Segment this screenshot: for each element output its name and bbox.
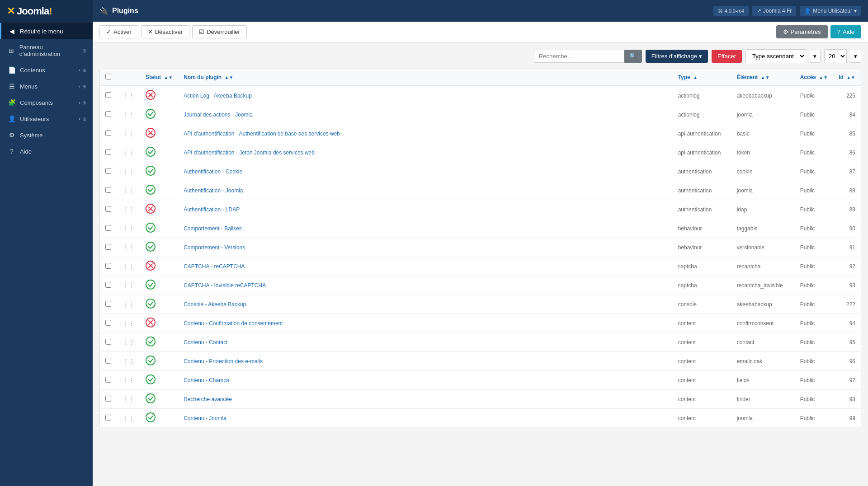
row-checkbox[interactable] (105, 244, 111, 250)
sidebar-item-menus[interactable]: ☰ Menus › ⊞ (0, 78, 93, 94)
row-checkbox[interactable] (105, 282, 111, 288)
plugin-name-link[interactable]: Contenu - Joomla (184, 415, 226, 421)
select-all-checkbox[interactable] (105, 74, 111, 79)
plugin-name-link[interactable]: Contenu - Contact (184, 339, 227, 346)
plugin-name-link[interactable]: CAPTCHA - reCAPTCHA (184, 263, 245, 270)
row-checkbox[interactable] (105, 301, 111, 307)
status-enabled-icon[interactable] (146, 299, 156, 308)
drag-handle-icon[interactable]: ⋮⋮ (122, 149, 135, 156)
status-enabled-icon[interactable] (146, 412, 156, 422)
drag-handle-icon[interactable]: ⋮⋮ (122, 111, 135, 118)
search-input[interactable] (534, 50, 624, 63)
status-enabled-icon[interactable] (146, 185, 156, 195)
drag-handle-icon[interactable]: ⋮⋮ (122, 415, 135, 422)
help-button[interactable]: ? Aide (830, 25, 861, 38)
filters-display-button[interactable]: Filtres d'affichage ▾ (646, 50, 708, 63)
drag-handle-icon[interactable]: ⋮⋮ (122, 168, 135, 175)
sidebar-item-users[interactable]: 👤 Utilisateurs › ⊞ (0, 111, 93, 127)
search-button[interactable]: 🔍 (624, 50, 642, 63)
drag-handle-icon[interactable]: ⋮⋮ (122, 396, 135, 403)
plugin-name-link[interactable]: Journal des actions - Joomla (184, 112, 253, 118)
col-header-id[interactable]: Id ▲▼ (833, 69, 861, 86)
plugin-name-link[interactable]: Contenu - Protection des e-mails (184, 358, 263, 364)
row-checkbox[interactable] (105, 149, 111, 155)
row-checkbox[interactable] (105, 396, 111, 402)
activate-button[interactable]: ✓ Activer (99, 25, 138, 38)
joomla-4-fr-button[interactable]: ↗ Joomla 4 Fr (752, 6, 796, 16)
status-enabled-icon[interactable] (146, 109, 156, 119)
drag-handle-icon[interactable]: ⋮⋮ (122, 92, 135, 99)
sidebar-item-system[interactable]: ⚙ Système (0, 127, 93, 143)
drag-handle-icon[interactable]: ⋮⋮ (122, 282, 135, 289)
plugin-name-link[interactable]: Authentification - Joomla (184, 187, 243, 194)
row-checkbox[interactable] (105, 111, 111, 117)
status-enabled-icon[interactable] (146, 336, 156, 346)
unlock-button[interactable]: ☑ Déverrouiller (192, 25, 247, 38)
row-checkbox[interactable] (105, 92, 111, 98)
sort-direction-button[interactable]: ▾ (810, 50, 821, 63)
drag-handle-icon[interactable]: ⋮⋮ (122, 377, 135, 384)
drag-handle-icon[interactable]: ⋮⋮ (122, 206, 135, 213)
status-disabled-icon[interactable] (146, 318, 156, 327)
status-enabled-icon[interactable] (146, 393, 156, 403)
col-header-name[interactable]: Nom du plugin ▲▼ (178, 69, 673, 86)
plugin-name-link[interactable]: Authentification - LDAP (184, 206, 240, 213)
user-menu-button[interactable]: 👤 Menu Utilisateur ▾ (800, 6, 861, 16)
drag-handle-icon[interactable]: ⋮⋮ (122, 263, 135, 270)
drag-handle-icon[interactable]: ⋮⋮ (122, 130, 135, 137)
row-checkbox[interactable] (105, 130, 111, 136)
col-header-status[interactable]: Statut ▲▼ (140, 69, 178, 86)
drag-handle-icon[interactable]: ⋮⋮ (122, 301, 135, 308)
drag-handle-icon[interactable]: ⋮⋮ (122, 320, 135, 327)
row-checkbox[interactable] (105, 206, 111, 212)
status-disabled-icon[interactable] (146, 128, 156, 138)
drag-handle-icon[interactable]: ⋮⋮ (122, 187, 135, 194)
sidebar-item-reduce[interactable]: ◀ Réduire le menu (0, 23, 93, 39)
drag-handle-icon[interactable]: ⋮⋮ (122, 244, 135, 251)
status-enabled-icon[interactable] (146, 242, 156, 252)
row-checkbox[interactable] (105, 320, 111, 326)
status-enabled-icon[interactable] (146, 280, 156, 290)
sidebar-item-admin-panel[interactable]: ⊞ Panneau d'administration ⊞ (0, 39, 93, 62)
plugin-name-link[interactable]: Comportement - Balises (184, 225, 242, 232)
drag-handle-icon[interactable]: ⋮⋮ (122, 358, 135, 365)
col-header-element[interactable]: Élément ▲▼ (731, 69, 795, 86)
col-header-type[interactable]: Type ▲ (673, 69, 731, 86)
sidebar-item-components[interactable]: 🧩 Composants › ⊞ (0, 94, 93, 111)
sort-select[interactable]: Type ascendant (745, 49, 806, 63)
per-page-arrow-button[interactable]: ▾ (850, 50, 861, 63)
plugin-name-link[interactable]: API d'authentification - Jeton Joomla de… (184, 150, 315, 156)
status-disabled-icon[interactable] (146, 204, 156, 214)
row-checkbox[interactable] (105, 225, 111, 231)
sidebar-item-help[interactable]: ? Aide (0, 143, 93, 159)
plugin-name-link[interactable]: Authentification - Cookie (184, 168, 242, 175)
plugin-name-link[interactable]: CAPTCHA - Invisible reCAPTCHA (184, 282, 266, 289)
status-enabled-icon[interactable] (146, 374, 156, 384)
plugin-name-link[interactable]: Recherche avancée (184, 396, 232, 402)
status-enabled-icon[interactable] (146, 355, 156, 365)
row-checkbox[interactable] (105, 168, 111, 174)
deactivate-button[interactable]: ✕ Désactiver (141, 25, 189, 38)
row-checkbox[interactable] (105, 415, 111, 421)
sidebar-item-contents[interactable]: 📄 Contenus › ⊞ (0, 62, 93, 78)
status-disabled-icon[interactable] (146, 90, 156, 100)
per-page-select[interactable]: 20 (824, 49, 847, 63)
plugin-name-link[interactable]: Console - Akeeba Backup (184, 301, 246, 308)
drag-handle-icon[interactable]: ⋮⋮ (122, 339, 135, 346)
clear-button[interactable]: Effacer (712, 50, 742, 63)
params-button[interactable]: ⚙ Paramètres (776, 25, 828, 38)
row-checkbox[interactable] (105, 377, 111, 383)
status-disabled-icon[interactable] (146, 261, 156, 271)
row-checkbox[interactable] (105, 358, 111, 364)
col-header-access[interactable]: Accès ▲▼ (795, 69, 834, 86)
status-enabled-icon[interactable] (146, 147, 156, 157)
plugin-name-link[interactable]: Comportement - Versions (184, 244, 245, 251)
plugin-name-link[interactable]: Action Log - Akeeba Backup (184, 93, 252, 99)
plugin-name-link[interactable]: Contenu - Confirmation de consentement (184, 320, 283, 327)
status-enabled-icon[interactable] (146, 223, 156, 233)
status-enabled-icon[interactable] (146, 166, 156, 176)
row-checkbox[interactable] (105, 263, 111, 269)
plugin-name-link[interactable]: Contenu - Champs (184, 377, 229, 383)
plugin-name-link[interactable]: API d'authentification - Authentificatio… (184, 131, 340, 137)
row-checkbox[interactable] (105, 187, 111, 193)
